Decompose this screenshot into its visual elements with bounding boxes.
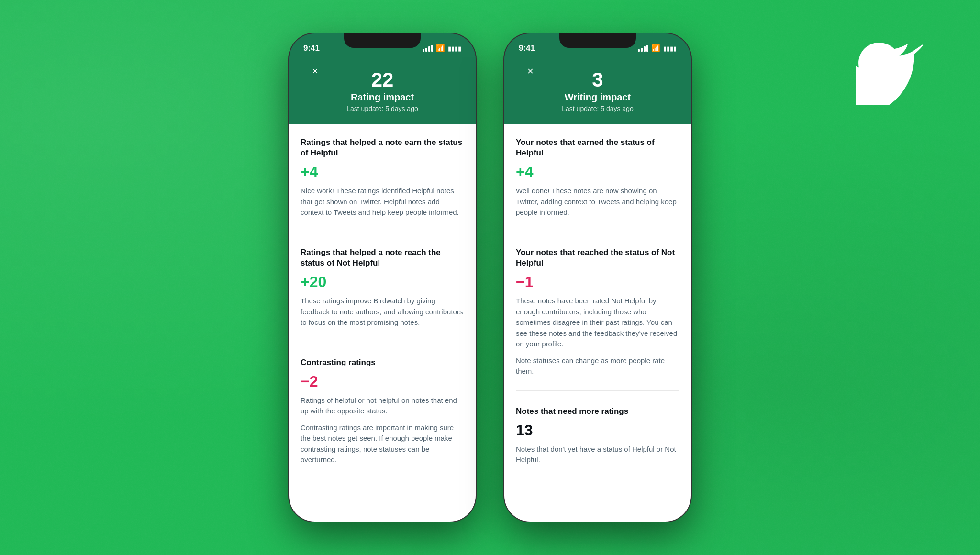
phone1-section-2: Ratings that helped a note reach the sta… <box>301 247 464 342</box>
phone2-section3-desc: Notes that don't yet have a status of He… <box>516 444 679 466</box>
phone1-section-3: Contrasting ratings −2 Ratings of helpfu… <box>301 357 464 479</box>
phone2-section2-desc: These notes have been rated Not Helpful … <box>516 296 679 350</box>
phone1-content: Ratings that helped a note earn the stat… <box>289 124 476 522</box>
phone2-section3-value: 13 <box>516 422 679 439</box>
status-icons-1: 📶 ▮▮▮▮ <box>423 44 461 53</box>
phone1-section1-title: Ratings that helped a note earn the stat… <box>301 137 464 158</box>
phone2-section2-value: −1 <box>516 273 679 291</box>
phone1-section1-value: +4 <box>301 163 464 181</box>
phones-container: 9:41 📶 ▮▮▮▮ × 22 <box>289 33 691 522</box>
phone2-content: Your notes that earned the status of Hel… <box>504 124 691 522</box>
phone2-close-button[interactable]: × <box>527 65 534 78</box>
phone1-section2-title: Ratings that helped a note reach the sta… <box>301 247 464 268</box>
phone-writing-impact: 9:41 📶 ▮▮▮▮ × 3 <box>504 33 691 522</box>
phone2-section2-extra: Note statuses can change as more people … <box>516 355 679 377</box>
status-icons-2: 📶 ▮▮▮▮ <box>638 44 677 53</box>
signal-icon-2 <box>638 45 648 52</box>
phone1-section2-desc: These ratings improve Birdwatch by givin… <box>301 296 464 328</box>
phone1-section1-desc: Nice work! These ratings identified Help… <box>301 186 464 218</box>
phone1-section3-extra: Contrasting ratings are important in mak… <box>301 422 464 466</box>
phone1-section2-value: +20 <box>301 273 464 291</box>
phone2-section3-title: Notes that need more ratings <box>516 406 679 417</box>
phone2-section-3: Notes that need more ratings 13 Notes th… <box>516 406 679 479</box>
battery-icon-1: ▮▮▮▮ <box>448 45 461 52</box>
status-time-1: 9:41 <box>303 44 320 53</box>
phone2-section1-title: Your notes that earned the status of Hel… <box>516 137 679 158</box>
twitter-logo <box>856 38 923 105</box>
phone1-header-title: Rating impact <box>301 92 464 103</box>
phone1-section3-title: Contrasting ratings <box>301 357 464 368</box>
phone2-header-title: Writing impact <box>516 92 679 103</box>
phone2-section1-desc: Well done! These notes are now showing o… <box>516 186 679 218</box>
phone1-section3-value: −2 <box>301 373 464 390</box>
phone2-section1-value: +4 <box>516 163 679 181</box>
battery-icon-2: ▮▮▮▮ <box>663 45 677 52</box>
notch-1 <box>344 33 421 48</box>
phone2-section-1: Your notes that earned the status of Hel… <box>516 137 679 232</box>
signal-icon-1 <box>423 45 433 52</box>
phone2-section2-title: Your notes that reached the status of No… <box>516 247 679 268</box>
phone1-header: × 22 Rating impact Last update: 5 days a… <box>289 57 476 124</box>
wifi-icon-1: 📶 <box>436 44 445 53</box>
phone2-header: × 3 Writing impact Last update: 5 days a… <box>504 57 691 124</box>
phone1-close-button[interactable]: × <box>312 65 318 78</box>
phone1-header-subtitle: Last update: 5 days ago <box>301 105 464 112</box>
notch-2 <box>559 33 636 48</box>
status-time-2: 9:41 <box>519 44 535 53</box>
phone1-section-1: Ratings that helped a note earn the stat… <box>301 137 464 232</box>
phone2-header-subtitle: Last update: 5 days ago <box>516 105 679 112</box>
phone1-header-number: 22 <box>301 69 464 91</box>
phone1-section3-desc: Ratings of helpful or not helpful on not… <box>301 395 464 417</box>
phone-rating-impact: 9:41 📶 ▮▮▮▮ × 22 <box>289 33 476 522</box>
phone2-header-number: 3 <box>516 69 679 91</box>
wifi-icon-2: 📶 <box>651 44 660 53</box>
phone2-section-2: Your notes that reached the status of No… <box>516 247 679 391</box>
